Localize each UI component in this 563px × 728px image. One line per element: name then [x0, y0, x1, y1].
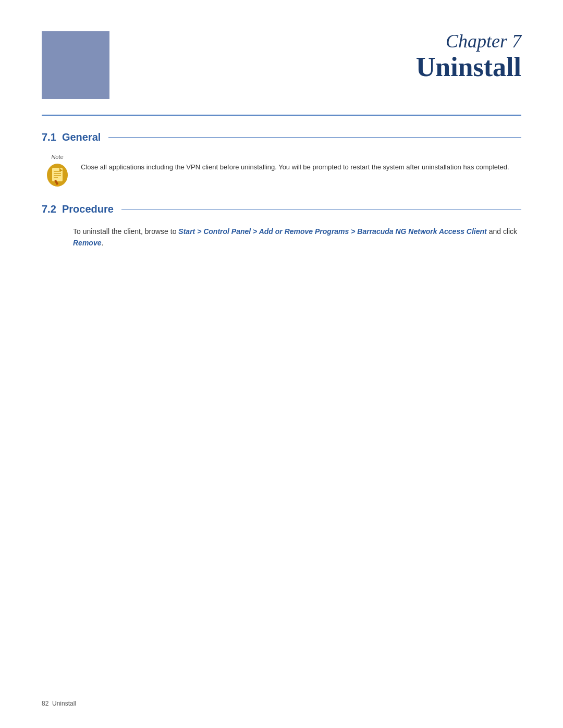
section-general-divider [108, 137, 521, 138]
section-general-title: 7.1 General [42, 131, 101, 143]
section-procedure-heading: 7.2 Procedure [42, 203, 521, 215]
section-procedure-divider [121, 209, 521, 209]
header-divider [42, 115, 521, 116]
page-footer: 82 Uninstall [42, 700, 76, 707]
note-box: Note Close all applications including th… [42, 154, 521, 188]
section-general-heading: 7.1 General [42, 131, 521, 143]
chapter-header: Chapter 7 Uninstall [42, 31, 521, 99]
chapter-label: Chapter 7 [416, 31, 521, 52]
note-icon [45, 163, 70, 188]
section-procedure-title: 7.2 Procedure [42, 203, 114, 215]
chapter-title: Uninstall [416, 52, 521, 82]
nav-path-link[interactable]: Start > Control Panel > Add or Remove Pr… [178, 227, 486, 236]
procedure-text: To uninstall the client, browse to Start… [73, 226, 521, 249]
remove-link[interactable]: Remove [73, 239, 101, 247]
note-label: Note [51, 154, 63, 160]
note-label-area: Note [42, 154, 73, 188]
note-text: Close all applications including the VPN… [81, 154, 509, 172]
page-container: Chapter 7 Uninstall 7.1 General Note [0, 0, 563, 728]
chapter-title-area: Chapter 7 Uninstall [416, 31, 521, 82]
chapter-blue-square [42, 31, 109, 99]
